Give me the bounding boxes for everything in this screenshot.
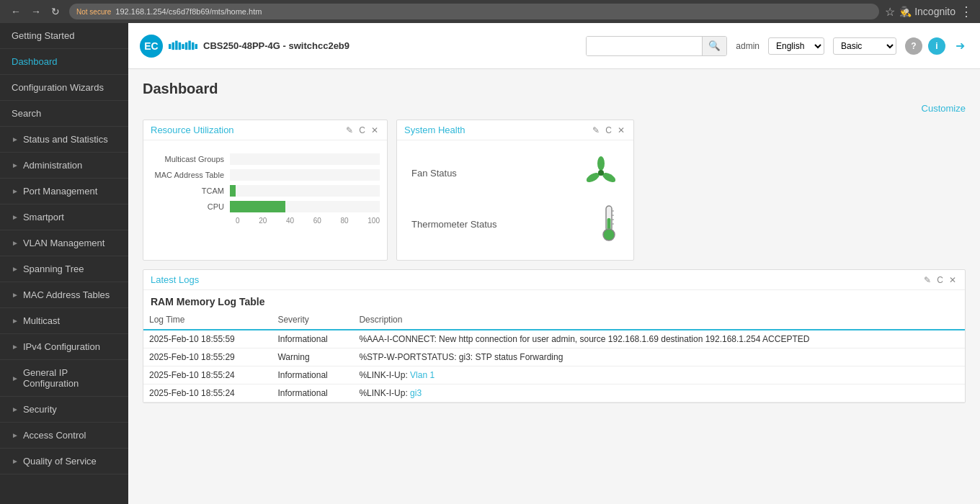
card-body: Multicast GroupsMAC Address TableTCAMCPU… xyxy=(143,140,387,238)
reload-button[interactable]: ↻ xyxy=(48,4,63,19)
sidebar-item-configuration-wizards[interactable]: Configuration Wizards xyxy=(0,75,128,101)
star-icon[interactable]: ☆ xyxy=(885,5,895,19)
help-button[interactable]: ? xyxy=(905,37,922,55)
view-selector[interactable]: Basic Advanced xyxy=(833,37,896,55)
sidebar-item-label: General IP Configuration xyxy=(23,367,117,389)
fan-status-item: Fan Status xyxy=(411,155,619,191)
close-card-button[interactable]: ✕ xyxy=(616,125,626,135)
collapse-card-button[interactable]: C xyxy=(935,275,945,285)
back-button[interactable]: ← xyxy=(7,4,24,19)
sidebar-item-quality-of-service[interactable]: ► Quality of Service xyxy=(0,449,128,474)
customize-button[interactable]: Customize xyxy=(922,103,966,114)
log-description-cell: %STP-W-PORTSTATUS: gi3: STP status Forwa… xyxy=(353,348,965,366)
close-card-button[interactable]: ✕ xyxy=(948,275,958,285)
log-description-cell: %LINK-I-Up: gi3 xyxy=(353,384,965,402)
log-severity-cell: Warning xyxy=(272,348,353,366)
svg-rect-5 xyxy=(185,42,187,49)
header-icons: ? i ➜ xyxy=(905,37,968,55)
collapse-card-button[interactable]: C xyxy=(604,125,613,135)
sidebar-item-ipv4-configuration[interactable]: ► IPv4 Configuration xyxy=(0,334,128,360)
chart-bar-row: CPU xyxy=(151,201,380,212)
search-icon: 🔍 xyxy=(708,40,721,51)
address-bar[interactable]: Not secure 192.168.1.254/cs6d7f8b69/mts/… xyxy=(69,4,879,19)
sidebar-item-label: Port Management xyxy=(23,186,97,197)
search-button[interactable]: 🔍 xyxy=(702,37,726,55)
chart-bar-row: TCAM xyxy=(151,185,380,197)
browser-nav[interactable]: ← → ↻ xyxy=(7,4,63,19)
sidebar-item-getting-started[interactable]: Getting Started xyxy=(0,23,128,49)
col-log-time: Log Time xyxy=(143,310,272,330)
user-label: admin xyxy=(736,41,760,51)
close-card-button[interactable]: ✕ xyxy=(370,125,380,135)
sidebar-item-administration[interactable]: ► Administration xyxy=(0,153,128,179)
sidebar-item-smartport[interactable]: ► Smartport xyxy=(0,204,128,230)
language-select[interactable]: English Spanish French xyxy=(768,37,824,55)
chart-x-tick: 100 xyxy=(368,217,380,225)
chart-bar-row: MAC Address Table xyxy=(151,169,380,181)
sidebar-item-dashboard[interactable]: Dashboard xyxy=(0,49,128,75)
logout-button[interactable]: ➜ xyxy=(951,37,968,55)
system-health-card: System Health ✎ C ✕ Fan Status xyxy=(396,120,634,261)
svg-rect-7 xyxy=(192,42,194,49)
resource-utilization-card: Resource Utilization ✎ C ✕ Multicast Gro… xyxy=(143,120,388,261)
chevron-right-icon: ► xyxy=(12,405,19,413)
sidebar-item-label: Quality of Service xyxy=(23,456,97,467)
sidebar-item-label: Configuration Wizards xyxy=(12,82,104,93)
chart-x-tick: 60 xyxy=(313,217,321,225)
search-input[interactable] xyxy=(587,37,702,55)
table-row: 2025-Feb-10 18:55:24Informational%LINK-I… xyxy=(143,384,965,402)
svg-point-12 xyxy=(598,170,604,176)
sidebar-item-label: Status and Statistics xyxy=(23,134,108,145)
log-link[interactable]: Vlan 1 xyxy=(410,370,435,380)
sidebar-item-search[interactable]: Search xyxy=(0,101,128,127)
chevron-right-icon: ► xyxy=(12,161,19,169)
sidebar-item-status-and-statistics[interactable]: ► Status and Statistics xyxy=(0,127,128,153)
menu-icon[interactable]: ⋮ xyxy=(960,4,973,19)
collapse-card-button[interactable]: C xyxy=(357,125,367,135)
app-header: EC CBS250-48PP-4G - switchcc2eb9 xyxy=(128,23,980,69)
header-search[interactable]: 🔍 xyxy=(586,36,727,56)
sidebar-item-security[interactable]: ► Security xyxy=(0,397,128,423)
sidebar-item-multicast[interactable]: ► Multicast xyxy=(0,308,128,334)
chart-x-tick: 40 xyxy=(286,217,294,225)
forward-button[interactable]: → xyxy=(27,4,45,19)
chevron-right-icon: ► xyxy=(12,135,19,143)
edit-card-button[interactable]: ✎ xyxy=(344,125,355,135)
thermometer-status-item: Thermometer Status xyxy=(411,202,619,246)
edit-card-button[interactable]: ✎ xyxy=(591,125,601,135)
svg-rect-4 xyxy=(182,44,184,49)
incognito-icon: 🕵 xyxy=(899,6,912,17)
card-actions: ✎ C ✕ xyxy=(344,125,380,135)
log-time-cell: 2025-Feb-10 18:55:24 xyxy=(143,366,272,384)
log-severity-cell: Informational xyxy=(272,384,353,402)
log-time-cell: 2025-Feb-10 18:55:29 xyxy=(143,348,272,366)
log-severity-cell: Informational xyxy=(272,330,353,348)
sidebar-item-spanning-tree[interactable]: ► Spanning Tree xyxy=(0,256,128,282)
sidebar-item-label: MAC Address Tables xyxy=(23,289,110,300)
fan-status-label: Fan Status xyxy=(411,168,457,179)
sidebar-item-general-ip-configuration[interactable]: ► General IP Configuration xyxy=(0,360,128,397)
chevron-right-icon: ► xyxy=(12,187,19,195)
card-body: Fan Status xyxy=(397,140,633,260)
chart-x-axis: 020406080100 xyxy=(236,217,380,225)
sidebar-item-vlan-management[interactable]: ► VLAN Management xyxy=(0,230,128,256)
sidebar-item-port-management[interactable]: ► Port Management xyxy=(0,179,128,204)
info-button[interactable]: i xyxy=(928,37,945,55)
log-table-title: RAM Memory Log Table xyxy=(143,290,965,310)
sidebar-item-mac-address-tables[interactable]: ► MAC Address Tables xyxy=(0,282,128,308)
table-row: 2025-Feb-10 18:55:59Informational%AAA-I-… xyxy=(143,330,965,348)
chart-x-tick: 0 xyxy=(236,217,240,225)
edit-card-button[interactable]: ✎ xyxy=(922,275,932,285)
svg-rect-1 xyxy=(172,42,174,49)
svg-point-15 xyxy=(603,229,615,240)
sidebar-item-access-control[interactable]: ► Access Control xyxy=(0,423,128,449)
log-time-cell: 2025-Feb-10 18:55:59 xyxy=(143,330,272,348)
view-select[interactable]: Basic Advanced xyxy=(833,37,896,55)
chart-bar-fill xyxy=(230,185,236,197)
card-header: System Health ✎ C ✕ xyxy=(397,120,633,140)
language-selector[interactable]: English Spanish French xyxy=(768,37,824,55)
log-link[interactable]: gi3 xyxy=(410,388,422,398)
device-name: CBS250-48PP-4G - switchcc2eb9 xyxy=(203,40,349,51)
browser-actions: ☆ 🕵 Incognito ⋮ xyxy=(885,4,973,19)
chart-bar-label: MAC Address Table xyxy=(151,171,230,179)
